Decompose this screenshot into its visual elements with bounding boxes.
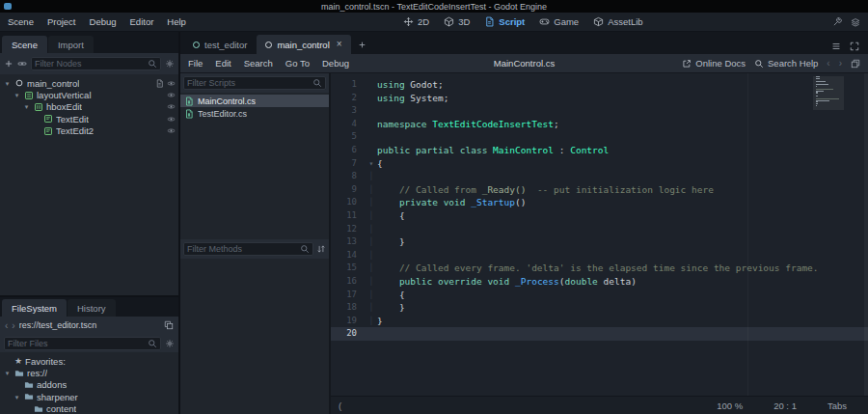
mode-tab-game[interactable]: Game bbox=[539, 16, 579, 27]
code-line-2[interactable]: 2using System; bbox=[331, 92, 868, 105]
fold-gutter bbox=[366, 78, 377, 92]
filter-files-input[interactable] bbox=[8, 339, 148, 348]
code-line-1[interactable]: 1using Godot; bbox=[331, 78, 868, 92]
scene-tab-main-control[interactable]: main_control× bbox=[257, 35, 350, 54]
collapse-chevron-icon[interactable]: ▾ bbox=[22, 102, 31, 111]
code-line-10[interactable]: 10│ private void _Startup() bbox=[331, 196, 868, 209]
eye-icon[interactable] bbox=[167, 79, 176, 88]
eye-icon[interactable] bbox=[167, 91, 176, 99]
eye-icon[interactable] bbox=[167, 102, 176, 111]
fs-item-addons[interactable]: addons bbox=[0, 379, 178, 391]
scene-node-hboxedit[interactable]: ▾hboxEdit bbox=[0, 101, 178, 113]
menu-debug[interactable]: Debug bbox=[90, 16, 117, 27]
code-line-16[interactable]: 16│ public override void _Process(double… bbox=[331, 275, 868, 289]
scene-tab-test-editor[interactable]: test_editor bbox=[184, 35, 256, 54]
make-floating-icon[interactable] bbox=[851, 59, 860, 69]
eye-icon[interactable] bbox=[167, 126, 176, 135]
search-help-button[interactable]: Search Help bbox=[754, 58, 818, 69]
back-icon[interactable]: ‹ bbox=[5, 320, 8, 331]
code-text: // Called from _Ready() -- put initializ… bbox=[377, 183, 714, 197]
instance-scene-icon[interactable] bbox=[17, 59, 27, 69]
filter-methods-input[interactable] bbox=[187, 244, 300, 254]
vertical-scrollbar[interactable] bbox=[864, 73, 868, 396]
tab-list-icon[interactable] bbox=[831, 41, 841, 51]
script-item-maincontrol-cs[interactable]: MainControl.cs bbox=[180, 95, 329, 107]
fs-item-sharpener[interactable]: ▾sharpener bbox=[0, 391, 178, 402]
scene-node-layoutvertical[interactable]: ▾layoutVertical bbox=[0, 89, 178, 100]
code-line-15[interactable]: 15│ // Called every frame. 'delta' is th… bbox=[331, 262, 868, 275]
filter-scripts-input[interactable] bbox=[187, 78, 312, 88]
collapse-chevron-icon[interactable]: ▾ bbox=[13, 91, 21, 99]
menu-scene[interactable]: Scene bbox=[8, 16, 34, 27]
collapse-chevron-icon[interactable]: ▾ bbox=[3, 79, 12, 88]
fold-chevron-icon[interactable]: ▾ bbox=[366, 157, 377, 171]
focus-file-icon[interactable] bbox=[164, 320, 174, 330]
forward-icon[interactable]: › bbox=[12, 320, 14, 331]
code-line-5[interactable]: 5 bbox=[331, 130, 868, 144]
code-line-13[interactable]: 13│ } bbox=[331, 235, 868, 249]
script-menu-debug[interactable]: Debug bbox=[322, 58, 349, 69]
filesystem-options-gear-icon[interactable] bbox=[165, 339, 175, 348]
indent-type[interactable]: Tabs bbox=[827, 400, 847, 411]
code-editor[interactable]: 1using Godot;2using System;34namespace T… bbox=[331, 73, 868, 396]
zoom-level[interactable]: 100 % bbox=[717, 400, 743, 411]
tab-scene[interactable]: Scene bbox=[2, 36, 47, 53]
distraction-free-icon[interactable] bbox=[850, 41, 859, 51]
tab-history[interactable]: History bbox=[68, 299, 116, 317]
code-line-14[interactable]: 14│ bbox=[331, 249, 868, 262]
code-line-6[interactable]: 6public partial class MainControl : Cont… bbox=[331, 144, 868, 157]
code-line-9[interactable]: 9│ // Called from _Ready() -- put initia… bbox=[331, 183, 868, 197]
script-menu-search[interactable]: Search bbox=[244, 58, 273, 69]
layers-icon[interactable] bbox=[851, 17, 860, 27]
mode-tab-script[interactable]: Script bbox=[484, 16, 525, 27]
minimap-viewport[interactable] bbox=[813, 76, 844, 110]
scene-options-gear-icon[interactable] bbox=[165, 59, 175, 69]
mode-tab-3d[interactable]: 3D bbox=[444, 16, 470, 27]
collapse-chevron-icon[interactable]: ▾ bbox=[13, 393, 21, 401]
script-item-testeditor-cs[interactable]: TestEditor.cs bbox=[180, 107, 329, 120]
script-menu-go-to[interactable]: Go To bbox=[285, 58, 310, 69]
scene-node-textedit[interactable]: TextEdit bbox=[0, 113, 178, 124]
add-node-icon[interactable] bbox=[4, 59, 14, 69]
history-forward-icon[interactable]: › bbox=[839, 58, 842, 69]
code-line-17[interactable]: 17│ { bbox=[331, 289, 868, 302]
fs-item-res-[interactable]: ▾res:// bbox=[0, 367, 178, 378]
fs-item-favorites-[interactable]: ★Favorites: bbox=[0, 355, 178, 367]
tool-icon[interactable] bbox=[832, 17, 842, 27]
tab-filesystem[interactable]: FileSystem bbox=[2, 299, 67, 317]
script-menu-edit[interactable]: Edit bbox=[215, 58, 231, 69]
close-icon[interactable]: × bbox=[337, 40, 342, 49]
minimap[interactable] bbox=[816, 76, 841, 393]
eye-icon[interactable] bbox=[167, 115, 176, 124]
sort-methods-icon[interactable] bbox=[316, 244, 326, 254]
scene-node-textedit2[interactable]: TextEdit2 bbox=[0, 125, 178, 137]
collapse-chevron-icon[interactable]: ▾ bbox=[3, 369, 12, 377]
code-line-18[interactable]: 18│ } bbox=[331, 301, 868, 315]
new-scene-tab-button[interactable] bbox=[352, 35, 372, 54]
code-line-19[interactable]: 19│} bbox=[331, 315, 868, 328]
menu-help[interactable]: Help bbox=[167, 16, 186, 27]
mode-tab-2d[interactable]: 2D bbox=[403, 16, 429, 27]
code-line-20[interactable]: 20 bbox=[331, 327, 868, 341]
history-back-icon[interactable]: ‹ bbox=[827, 58, 829, 69]
script-menubar: FileEditSearchGo ToDebug MainControl.cs … bbox=[180, 54, 868, 73]
tab-import[interactable]: Import bbox=[48, 36, 94, 53]
code-text: using System; bbox=[377, 92, 448, 105]
fold-gutter: │ bbox=[366, 196, 377, 209]
menu-project[interactable]: Project bbox=[47, 16, 76, 27]
code-line-8[interactable]: 8│ bbox=[331, 170, 868, 183]
online-docs-button[interactable]: Online Docs bbox=[682, 58, 746, 69]
code-text: namespace TextEditCodeInsertTest; bbox=[377, 118, 559, 131]
menu-editor[interactable]: Editor bbox=[130, 16, 154, 27]
mode-tab-assetlib[interactable]: AssetLib bbox=[593, 16, 642, 27]
code-line-11[interactable]: 11│ { bbox=[331, 209, 868, 223]
code-line-4[interactable]: 4namespace TextEditCodeInsertTest; bbox=[331, 118, 868, 131]
code-line-3[interactable]: 3 bbox=[331, 104, 868, 118]
scene-node-main-control[interactable]: ▾main_control bbox=[0, 77, 178, 89]
code-line-12[interactable]: 12│ bbox=[331, 223, 868, 236]
script-icon[interactable] bbox=[155, 79, 164, 88]
fs-item-content[interactable]: content bbox=[0, 403, 178, 414]
filter-nodes-input[interactable] bbox=[35, 59, 148, 69]
script-menu-file[interactable]: File bbox=[188, 58, 203, 69]
code-line-7[interactable]: 7▾{ bbox=[331, 157, 868, 171]
